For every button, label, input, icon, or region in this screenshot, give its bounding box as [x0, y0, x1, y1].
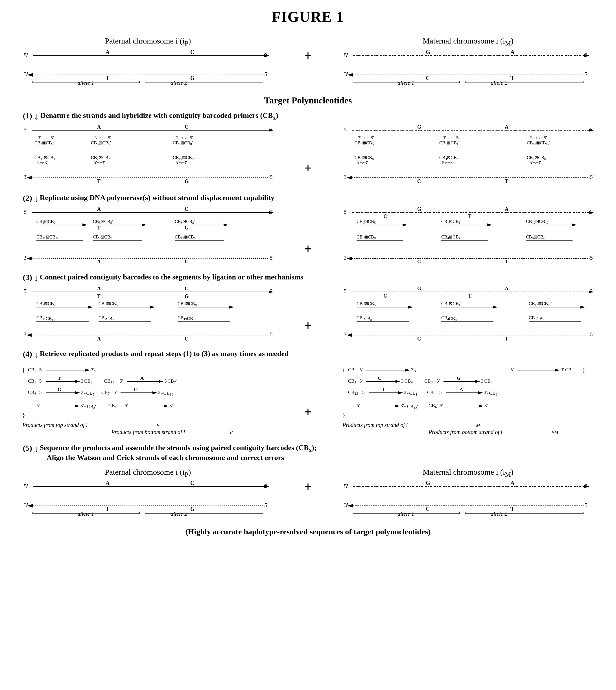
svg-text:3': 3' [344, 255, 348, 261]
step3-row: (3) ↓ Connect paired contiguity barcodes… [17, 273, 599, 284]
step2-number: (2) [17, 193, 34, 203]
svg-text:5': 5' [440, 403, 443, 408]
svg-text:A: A [97, 125, 101, 130]
svg-text:T: T [505, 179, 508, 184]
svg-text:5': 5' [125, 403, 128, 408]
svg-text:C: C [417, 179, 421, 184]
svg-text:Products from bottom strand of: Products from bottom strand of i [111, 429, 185, 435]
svg-text:⌐: ⌐ [185, 135, 188, 141]
step3-number: (3) [17, 273, 34, 282]
svg-text:CB12: CB12 [348, 390, 358, 396]
svg-text:A: A [106, 480, 110, 486]
svg-text:3'→: 3'→ [94, 135, 103, 141]
step1-maternal-diagram: 5' 3' G A 3'→ ⌐ 5' CB3⊠CB5' 3'→ ⌐ 5' CB1… [337, 125, 599, 188]
svg-text:5'⌐⌐3': 5'⌐⌐3' [356, 160, 368, 165]
svg-text:CB1: CB1 [348, 378, 356, 384]
step4-row: (4) ↓ Retrieve replicated products and r… [17, 350, 599, 360]
step4-number: (4) [17, 350, 34, 359]
target-poly-label: Target Polynucleotides [264, 95, 352, 106]
svg-text:C: C [184, 336, 188, 341]
step1-row: (1) ↓ Denature the strands and hybridize… [17, 111, 599, 122]
svg-text:5': 5' [24, 127, 27, 132]
step3-diagrams: 5' 3' A C T G CB2⊠CB2' CB5⊠CB5' CB8⊠CB8'… [17, 287, 599, 344]
svg-text:5': 5' [344, 483, 348, 490]
svg-text:C: C [190, 49, 194, 55]
svg-text:CB12⊠CB12': CB12⊠CB12' [529, 301, 552, 307]
svg-marker-168 [88, 306, 93, 309]
svg-text:CB6CB6: CB6CB6 [529, 315, 544, 322]
step2-paternal-diagram: 5' 3' A C CB2⊠CB2' CB5⊠CB5' CB8⊠CB8' CB1… [17, 207, 279, 268]
svg-text:CB2⊠CB2': CB2⊠CB2' [37, 219, 57, 225]
svg-text:3'CB4': 3'CB4' [481, 378, 493, 384]
svg-text:3': 3' [24, 174, 27, 180]
svg-text:5': 5' [344, 52, 348, 59]
svg-text:C: C [184, 259, 188, 265]
svg-marker-200 [493, 306, 498, 309]
svg-text:}: } [22, 412, 25, 418]
svg-text:5': 5' [456, 135, 460, 141]
svg-text:{: { [343, 367, 345, 373]
figure-container: FIGURE 1 Paternal chromosome i (iP) 5' 3… [17, 8, 599, 536]
svg-text:5': 5' [270, 331, 273, 337]
step2-pat-svg: 5' 3' A C CB2⊠CB2' CB5⊠CB5' CB8⊠CB8' CB1… [17, 207, 279, 267]
svg-text:3's: 3's [411, 367, 416, 373]
svg-text:3'~CB1': 3'~CB1' [404, 390, 418, 396]
svg-text:G: G [184, 294, 189, 299]
step1-number: (1) [17, 111, 34, 120]
plus-step3: + [297, 318, 319, 333]
svg-text:CB2⊠CB2': CB2⊠CB2' [35, 141, 54, 146]
svg-text:5': 5' [439, 390, 443, 395]
svg-text:3's: 3's [91, 367, 96, 373]
svg-text:G: G [184, 179, 189, 184]
svg-text:T: T [382, 387, 386, 392]
svg-text:A: A [505, 287, 508, 291]
svg-text:C: C [190, 480, 194, 486]
svg-text:3': 3' [344, 71, 348, 78]
step1-arrow: ↓ [34, 111, 41, 122]
svg-text:A: A [510, 480, 515, 486]
svg-text:CB8: CB8 [28, 390, 36, 396]
svg-text:CB6: CB6 [428, 403, 437, 409]
svg-text:CB7CB7: CB7CB7 [98, 315, 114, 322]
svg-text:PM: PM [551, 430, 558, 435]
svg-text:CB5⊠CB5': CB5⊠CB5' [93, 219, 113, 225]
step4-diagrams: { } CB2 5' 3's CB5 5' T 3'CB2' CB11 [17, 363, 599, 438]
svg-text:T: T [468, 293, 471, 299]
svg-text:G: G [184, 225, 189, 231]
svg-text:CB4⊠CB4: CB4⊠CB4 [441, 234, 460, 240]
svg-text:3': 3' [24, 502, 28, 508]
svg-text:G: G [417, 207, 421, 212]
svg-marker-298 [395, 405, 400, 407]
svg-text:5': 5' [344, 288, 348, 294]
svg-marker-303 [479, 405, 484, 407]
paternal-svg-final: 5' 3' A C 3' 5' T G allele 1 allele 2 [17, 480, 279, 517]
svg-marker-288 [398, 391, 403, 394]
svg-text:Products from top strand of i: Products from top strand of i [22, 422, 88, 428]
svg-text:A: A [140, 376, 144, 381]
svg-text:A: A [106, 49, 110, 55]
svg-text:⌐: ⌐ [46, 135, 49, 141]
svg-text:C: C [426, 75, 430, 81]
step1-diagrams: 5' 3' A C 3'→ ⌐ 5' CB2⊠CB2' 3'→ ⌐ 5' CB5… [17, 125, 599, 188]
svg-text:3' CB8': 3' CB8' [561, 367, 574, 373]
svg-text:CB19CB18: CB19CB18 [178, 315, 197, 322]
svg-text:G: G [190, 506, 195, 512]
svg-text:A: A [460, 387, 463, 392]
maternal-title: Maternal chromosome i (iM) [337, 37, 599, 47]
svg-text:CB6⊠CB6: CB6⊠CB6 [527, 155, 546, 161]
svg-text:A: A [97, 259, 101, 265]
svg-text:5'⌐⌐3': 5'⌐⌐3' [37, 160, 48, 165]
svg-text:C: C [417, 336, 421, 341]
svg-text:3'CB7': 3'CB7' [164, 378, 177, 384]
svg-text:A: A [510, 49, 515, 55]
paternal-title-final: Paternal chromosome i (iP) [17, 468, 279, 478]
svg-text:CB19⊠CB18: CB19⊠CB18 [175, 234, 197, 240]
svg-text:5': 5' [24, 288, 27, 294]
svg-text:CB11⊠CB11: CB11⊠CB11 [37, 234, 59, 240]
svg-text:3'~CB6': 3'~CB6' [484, 390, 498, 396]
svg-marker-269 [555, 369, 560, 372]
svg-text:T: T [510, 75, 514, 81]
svg-text:5': 5' [39, 378, 43, 384]
svg-marker-221 [85, 369, 90, 372]
svg-text:C: C [383, 214, 387, 219]
